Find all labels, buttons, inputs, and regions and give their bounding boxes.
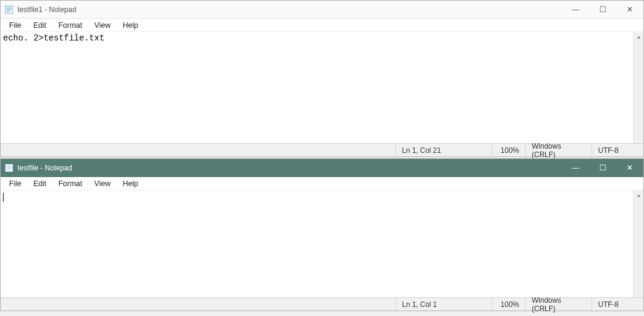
status-encoding: UTF-8 (592, 144, 643, 156)
maximize-button[interactable]: ☐ (589, 159, 616, 176)
menu-help[interactable]: Help (116, 20, 144, 31)
close-button[interactable]: ✕ (616, 159, 643, 176)
vertical-scrollbar[interactable]: ▴ (633, 190, 643, 297)
titlebar[interactable]: testfile1 - Notepad — ☐ ✕ (1, 1, 643, 19)
minimize-button[interactable]: — (562, 159, 589, 176)
menu-edit[interactable]: Edit (27, 178, 53, 189)
svg-rect-5 (5, 164, 13, 172)
menubar: File Edit Format View Help (1, 177, 643, 190)
menubar: File Edit Format View Help (1, 19, 643, 32)
notepad-icon (4, 5, 14, 15)
scroll-up-icon[interactable]: ▴ (637, 32, 640, 41)
vertical-scrollbar[interactable]: ▴ (633, 32, 643, 143)
statusbar-spacer (1, 144, 396, 156)
svg-rect-0 (5, 6, 13, 13)
editor-text[interactable] (1, 190, 643, 203)
status-eol: Windows (CRLF) (526, 298, 592, 311)
titlebar[interactable]: testfile - Notepad — ☐ ✕ (1, 159, 643, 177)
window-title: testfile1 - Notepad (18, 5, 76, 14)
notepad-window-1: testfile1 - Notepad — ☐ ✕ File Edit Form… (0, 0, 644, 157)
menu-edit[interactable]: Edit (27, 20, 53, 31)
menu-help[interactable]: Help (116, 178, 144, 189)
menu-view[interactable]: View (88, 20, 116, 31)
status-position: Ln 1, Col 1 (396, 298, 493, 311)
editor-area[interactable]: echo. 2>testfile.txt ▴ (1, 32, 643, 143)
menu-format[interactable]: Format (53, 178, 89, 189)
statusbar: Ln 1, Col 1 100% Windows (CRLF) UTF-8 (1, 297, 643, 311)
menu-file[interactable]: File (3, 20, 27, 31)
minimize-button[interactable]: — (562, 1, 589, 18)
status-encoding: UTF-8 (592, 298, 643, 311)
status-position: Ln 1, Col 21 (396, 144, 493, 156)
text-caret (3, 193, 4, 202)
statusbar: Ln 1, Col 21 100% Windows (CRLF) UTF-8 (1, 143, 643, 156)
editor-area[interactable]: ▴ (1, 190, 643, 297)
window-controls: — ☐ ✕ (562, 159, 643, 176)
notepad-icon (4, 163, 14, 173)
status-eol: Windows (CRLF) (526, 144, 592, 156)
statusbar-spacer (1, 298, 396, 311)
close-button[interactable]: ✕ (616, 1, 643, 18)
window-title: testfile - Notepad (18, 164, 72, 172)
status-zoom: 100% (493, 144, 526, 156)
editor-text[interactable]: echo. 2>testfile.txt (1, 32, 643, 44)
menu-file[interactable]: File (3, 178, 27, 189)
maximize-button[interactable]: ☐ (589, 1, 616, 18)
window-controls: — ☐ ✕ (562, 1, 643, 18)
menu-view[interactable]: View (88, 178, 116, 189)
menu-format[interactable]: Format (53, 20, 89, 31)
scroll-up-icon[interactable]: ▴ (637, 190, 640, 199)
status-zoom: 100% (493, 298, 526, 311)
notepad-window-2: testfile - Notepad — ☐ ✕ File Edit Forma… (0, 158, 644, 311)
